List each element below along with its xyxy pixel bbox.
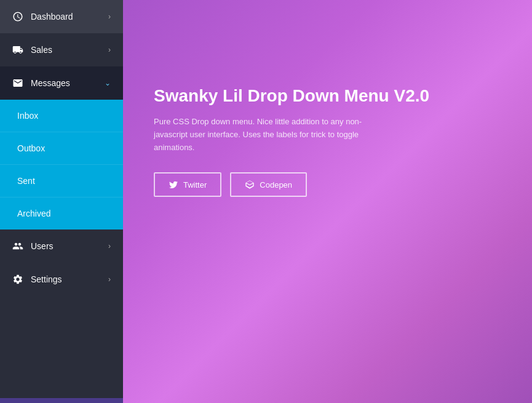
submenu-item-sent[interactable]: Sent — [0, 165, 123, 198]
chevron-right-icon: › — [108, 242, 111, 250]
codepen-button[interactable]: Codepen — [230, 172, 307, 197]
sidebar-item-settings-label: Settings — [31, 274, 62, 284]
submenu-item-inbox[interactable]: Inbox — [0, 100, 123, 132]
codepen-label: Codepen — [260, 180, 292, 190]
sidebar-item-dashboard[interactable]: Dashboard › — [0, 0, 123, 33]
truck-icon — [12, 44, 23, 55]
sidebar-bottom-bar — [0, 398, 123, 403]
sidebar-item-messages-label: Messages — [31, 78, 70, 88]
gear-icon — [12, 274, 23, 285]
messages-submenu: Inbox Outbox Sent Archived — [0, 100, 123, 229]
page-title: Swanky Lil Drop Down Menu V2.0 — [154, 86, 501, 106]
sidebar: Dashboard › Sales › Messages ⌄ — [0, 0, 123, 403]
sidebar-item-messages[interactable]: Messages ⌄ — [0, 66, 123, 100]
twitter-label: Twitter — [183, 180, 207, 190]
users-icon — [12, 241, 23, 252]
sidebar-item-sales-label: Sales — [31, 45, 52, 55]
chevron-down-icon: ⌄ — [105, 79, 111, 87]
button-row: Twitter Codepen — [154, 172, 501, 197]
sidebar-item-dashboard-label: Dashboard — [31, 12, 73, 22]
twitter-button[interactable]: Twitter — [154, 172, 221, 197]
envelope-icon — [12, 78, 23, 89]
sidebar-item-users-label: Users — [31, 241, 54, 251]
twitter-icon — [169, 180, 178, 190]
chevron-right-icon: › — [108, 46, 111, 54]
main-content: Swanky Lil Drop Down Menu V2.0 Pure CSS … — [123, 49, 532, 234]
page-description: Pure CSS Drop down menu. Nice little add… — [154, 116, 375, 154]
submenu-item-outbox[interactable]: Outbox — [0, 132, 123, 165]
codepen-icon — [245, 180, 255, 190]
sidebar-item-settings[interactable]: Settings › — [0, 263, 123, 296]
sidebar-item-users[interactable]: Users › — [0, 229, 123, 263]
submenu-item-archived[interactable]: Archived — [0, 198, 123, 229]
chevron-right-icon: › — [108, 12, 111, 21]
chevron-right-icon: › — [108, 275, 111, 284]
dashboard-icon — [12, 11, 23, 22]
sidebar-item-sales[interactable]: Sales › — [0, 33, 123, 66]
